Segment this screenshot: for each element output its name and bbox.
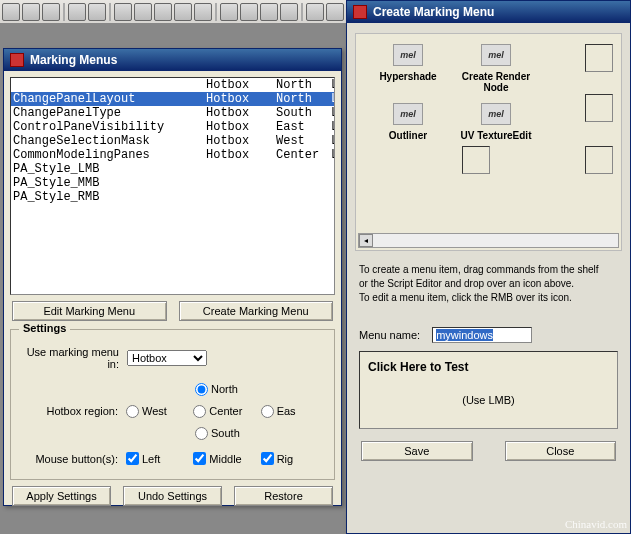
use-in-label: Use marking menu in:: [17, 346, 127, 370]
radio-label: North: [211, 383, 238, 395]
tool-icon[interactable]: [68, 3, 86, 21]
menu-name-input[interactable]: mywindows: [432, 327, 532, 343]
mel-item[interactable]: melOutliner: [364, 103, 452, 141]
col-name: [11, 78, 206, 92]
cb-label: Left: [142, 453, 160, 465]
tool-icon[interactable]: [154, 3, 172, 21]
tool-icon[interactable]: [326, 3, 344, 21]
mel-icon: mel: [481, 44, 511, 66]
region-north-radio[interactable]: [195, 383, 208, 396]
app-icon: [353, 5, 367, 19]
use-in-combo[interactable]: Hotbox: [127, 350, 207, 366]
tool-icon[interactable]: [174, 3, 192, 21]
edit-marking-menu-button[interactable]: Edit Marking Menu: [12, 301, 167, 321]
col-hotbox: Hotbox: [206, 78, 276, 92]
tool-icon[interactable]: [306, 3, 324, 21]
scroll-left-arrow[interactable]: ◂: [359, 234, 373, 247]
cb-label: Middle: [209, 453, 241, 465]
undo-settings-button[interactable]: Undo Settings: [123, 486, 222, 506]
list-row[interactable]: PA_Style_MMB: [11, 176, 334, 190]
tool-icon[interactable]: [194, 3, 212, 21]
watermark: Chinavid.com: [565, 518, 627, 530]
mel-label: Hypershade: [364, 71, 452, 82]
empty-slot[interactable]: [585, 94, 613, 122]
list-row[interactable]: CommonModelingPanesHotboxCenterLeft/M: [11, 148, 334, 162]
mouse-label: Mouse button(s):: [17, 453, 126, 465]
list-row[interactable]: PA_Style_LMB: [11, 162, 334, 176]
tool-icon[interactable]: [134, 3, 152, 21]
mouse-left-checkbox[interactable]: [126, 452, 139, 465]
tool-icon[interactable]: [88, 3, 106, 21]
region-east-radio[interactable]: [261, 405, 274, 418]
settings-title: Settings: [19, 322, 70, 334]
toolbar-divider: [63, 3, 65, 21]
toolbar-divider: [109, 3, 111, 21]
tool-icon[interactable]: [2, 3, 20, 21]
tool-icon[interactable]: [260, 3, 278, 21]
tool-icon[interactable]: [240, 3, 258, 21]
mel-label: Outliner: [364, 130, 452, 141]
apply-settings-button[interactable]: Apply Settings: [12, 486, 111, 506]
cb-label: Rig: [277, 453, 294, 465]
settings-group: Settings Use marking menu in: Hotbox Nor…: [10, 329, 335, 480]
toolbar-divider: [215, 3, 217, 21]
mel-label: Create Render Node: [452, 71, 540, 93]
mel-icon: mel: [393, 103, 423, 125]
mel-item[interactable]: melCreate Render Node: [452, 44, 540, 93]
list-header: Hotbox North Left/M: [11, 78, 334, 92]
create-marking-menu-button[interactable]: Create Marking Menu: [179, 301, 334, 321]
test-area[interactable]: Click Here to Test (Use LMB): [359, 351, 618, 429]
list-row[interactable]: ControlPaneVisibilityHotboxEastLeft/M: [11, 120, 334, 134]
mouse-right-checkbox[interactable]: [261, 452, 274, 465]
icon-drop-area[interactable]: melHypershademelCreate Render NodemelOut…: [355, 33, 622, 251]
close-button[interactable]: Close: [505, 441, 617, 461]
tool-icon[interactable]: [280, 3, 298, 21]
menu-list[interactable]: Hotbox North Left/M ChangePanelLayoutHot…: [10, 77, 335, 295]
window-title: Marking Menus: [30, 53, 117, 67]
marking-menus-window: Marking Menus Hotbox North Left/M Change…: [3, 48, 342, 506]
radio-label: South: [211, 427, 240, 439]
list-row[interactable]: ChangePanelLayoutHotboxNorthLeft/M: [11, 92, 334, 106]
save-button[interactable]: Save: [361, 441, 473, 461]
hscrollbar[interactable]: ◂: [358, 233, 619, 248]
region-label: Hotbox region:: [17, 405, 126, 417]
mel-icon: mel: [481, 103, 511, 125]
window-title: Create Marking Menu: [373, 5, 494, 19]
region-center-radio[interactable]: [193, 405, 206, 418]
test-title: Click Here to Test: [368, 360, 609, 374]
mel-item[interactable]: melHypershade: [364, 44, 452, 93]
col-region: North: [276, 78, 331, 92]
restore-button[interactable]: Restore: [234, 486, 333, 506]
region-west-radio[interactable]: [126, 405, 139, 418]
region-south-radio[interactable]: [195, 427, 208, 440]
mel-label: UV TextureEdit: [452, 130, 540, 141]
tool-icon[interactable]: [22, 3, 40, 21]
menu-name-label: Menu name:: [359, 329, 420, 341]
create-marking-menu-window: Create Marking Menu melHypershademelCrea…: [346, 0, 631, 534]
radio-label: Eas: [277, 405, 296, 417]
test-sub: (Use LMB): [368, 394, 609, 406]
empty-slot[interactable]: [585, 44, 613, 72]
empty-slot[interactable]: [462, 146, 490, 174]
help-text: To create a menu item, drag commands fro…: [359, 263, 618, 305]
mouse-middle-checkbox[interactable]: [193, 452, 206, 465]
col-mouse: Left/M: [331, 78, 334, 92]
tool-icon[interactable]: [220, 3, 238, 21]
titlebar[interactable]: Create Marking Menu: [347, 1, 630, 23]
list-row[interactable]: ChangeSelectionMaskHotboxWestLeft/M: [11, 134, 334, 148]
list-row[interactable]: ChangePanelTypeHotboxSouthLeft/M: [11, 106, 334, 120]
hotbox-region-radios: North Hotbox region: West Center Eas Sou…: [127, 378, 328, 444]
radio-label: Center: [209, 405, 242, 417]
mel-icon: mel: [393, 44, 423, 66]
tool-icon[interactable]: [114, 3, 132, 21]
toolbar-divider: [301, 3, 303, 21]
list-row[interactable]: PA_Style_RMB: [11, 190, 334, 204]
empty-slot[interactable]: [585, 146, 613, 174]
tool-icon[interactable]: [42, 3, 60, 21]
titlebar[interactable]: Marking Menus: [4, 49, 341, 71]
app-icon: [10, 53, 24, 67]
radio-label: West: [142, 405, 167, 417]
mel-item[interactable]: melUV TextureEdit: [452, 103, 540, 141]
